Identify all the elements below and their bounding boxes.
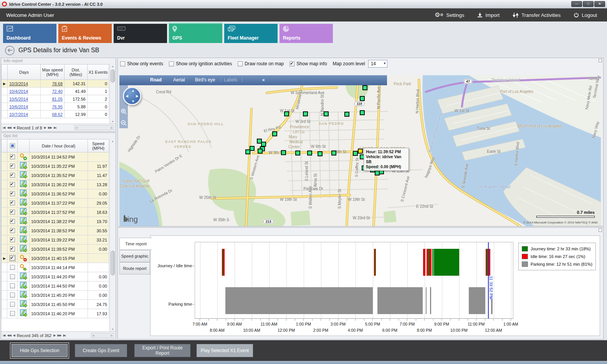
gps-list-row[interactable]: 10/3/2014 11:45:50 PM24.75 [2, 300, 109, 309]
gps-list-row[interactable]: 10/3/2014 11:34:52 PM [2, 152, 109, 162]
filter-draw-route[interactable]: Draw route on map [238, 61, 284, 66]
checkbox[interactable] [289, 61, 294, 66]
day-link[interactable]: 10/7/2014 [9, 112, 28, 117]
day-link[interactable]: 10/4/2014 [9, 89, 28, 94]
maximize-button[interactable]: □ [583, 1, 594, 7]
max-speed-link[interactable]: 68.62 [52, 112, 63, 117]
chart-panel-maximize-button[interactable] [599, 228, 602, 232]
max-speed-link[interactable]: 78.68 [52, 81, 63, 86]
hide-gps-selection-button[interactable]: Hide Gps Selection [12, 344, 68, 357]
map-marker[interactable] [360, 96, 365, 101]
map-pan-compass[interactable]: ▲ ▼ ◀ ▶ [123, 87, 141, 105]
filter-show-only-events[interactable]: Show only events [120, 61, 163, 66]
map-marker[interactable] [360, 110, 365, 115]
row-checkbox[interactable] [10, 219, 15, 224]
col-select-all[interactable] [7, 139, 18, 152]
gps-list-row[interactable]: 10/3/2014 11:35:22 PM11.97 [2, 162, 109, 171]
row-checkbox[interactable] [10, 154, 15, 159]
last-record-button[interactable]: ▶| [63, 334, 66, 337]
pan-up-icon[interactable]: ▲ [131, 89, 135, 93]
tab-time-report[interactable]: Time report [119, 238, 152, 250]
tab-gps[interactable]: GPS [169, 23, 222, 43]
create-gps-event-button[interactable]: Create Gps Event [75, 344, 127, 357]
map-panel-maximize-button[interactable] [599, 59, 602, 62]
map-marker[interactable] [281, 150, 286, 155]
map-marker[interactable] [362, 85, 367, 90]
gps-list-row[interactable]: 10/3/2014 11:44:14 PM [2, 263, 109, 272]
bing-map[interactable]: Road Aerial Bird's eye | Labels | « ▲ ▼ … [119, 75, 601, 226]
gps-list-row[interactable]: 10/3/2014 11:45:20 PM0.00 [2, 291, 109, 300]
gps-list-row[interactable]: 10/3/2014 11:39:52 PM0.00 [2, 245, 109, 254]
gps-list-row[interactable]: 10/3/2014 11:39:22 PM33.21 [2, 235, 109, 245]
back-button[interactable] [5, 46, 15, 55]
gps-list-row[interactable]: 10/3/2014 11:44:20 PM0.00 [2, 272, 109, 281]
row-checkbox[interactable] [10, 200, 15, 205]
info-report-row[interactable]: 10/7/201468.6212.990 [2, 111, 109, 118]
tab-speed-graphic[interactable]: Speed graphic [119, 250, 150, 262]
tab-route-report[interactable]: Route report [119, 262, 150, 275]
pan-down-icon[interactable]: ▼ [131, 99, 135, 103]
row-checkbox[interactable] [10, 283, 15, 288]
map-view-aerial[interactable]: Aerial [173, 77, 185, 83]
next-page-button[interactable]: ▶▶ [48, 126, 52, 129]
minimize-button[interactable]: — [571, 1, 582, 7]
filter-show-only-ignition[interactable]: Show only ignition activities [169, 61, 232, 66]
gps-list-row[interactable]: 10/3/2014 11:36:52 PM0.00 [2, 189, 109, 199]
next-page-button[interactable]: ▶▶ [57, 334, 61, 337]
day-link[interactable]: 10/3/2014 [9, 81, 28, 86]
info-report-hscroll[interactable]: ◀▶ [74, 125, 114, 130]
map-marker-selected[interactable] [358, 149, 363, 154]
gps-list-row[interactable]: ▶10/3/2014 11:40:15 PM [2, 254, 109, 263]
row-checkbox[interactable] [10, 247, 15, 251]
day-link[interactable]: 10/5/2014 [9, 97, 28, 101]
filter-show-map-info[interactable]: Show map info [289, 61, 327, 66]
map-marker[interactable] [318, 151, 323, 156]
row-checkbox[interactable] [10, 274, 15, 279]
play-selected-x1-event-button[interactable]: Play Selected X1 Event [197, 344, 253, 357]
row-checkbox[interactable] [10, 311, 15, 316]
max-speed-link[interactable]: 76.95 [52, 104, 63, 109]
map-marker[interactable] [245, 149, 250, 154]
tab-dashboard[interactable]: Dashboard [3, 24, 56, 43]
map-bar-collapse-button[interactable]: « [262, 77, 265, 83]
prev-record-button[interactable]: ◀ [13, 126, 15, 129]
map-marker[interactable] [258, 149, 263, 154]
gps-list-row[interactable]: 10/3/2014 11:36:22 PM13.28 [2, 180, 109, 189]
col-speed[interactable]: Speed (MPH) [88, 139, 109, 152]
row-checkbox[interactable] [10, 302, 15, 307]
row-checkbox[interactable] [10, 228, 15, 233]
col-x1-events[interactable]: X1 Events [88, 65, 109, 80]
gps-list-row[interactable]: 10/3/2014 11:38:22 PM19.70 [2, 217, 109, 226]
tab-fleet-manager[interactable]: Fleet Manager [224, 24, 278, 43]
first-record-button[interactable]: |◀ [3, 126, 5, 129]
map-marker[interactable] [353, 151, 358, 156]
gps-list-row[interactable]: 10/3/2014 11:46:20 PM17.93 [2, 309, 109, 318]
col-dist[interactable]: Dist. (Miles) [65, 65, 88, 80]
col-max-speed[interactable]: Max speed (MPH) [41, 65, 65, 80]
row-checkbox[interactable] [10, 265, 15, 270]
map-marker[interactable] [324, 111, 329, 116]
gps-list-row[interactable]: 10/3/2014 11:35:52 PM11.47 [2, 171, 109, 180]
import-button[interactable]: Import [477, 12, 499, 18]
pan-right-icon[interactable]: ▶ [136, 94, 139, 98]
map-marker[interactable] [284, 111, 289, 116]
map-zoom-out-button[interactable] [121, 120, 127, 126]
tab-dvr[interactable]: DVR Dvr [114, 24, 167, 43]
map-zoom-select[interactable]: 14 [368, 60, 387, 68]
row-checkbox[interactable] [10, 191, 15, 196]
next-record-button[interactable]: ▶ [44, 126, 46, 129]
map-view-road[interactable]: Road [150, 77, 162, 83]
gps-list-row[interactable]: 10/3/2014 11:38:52 PM30.55 [2, 226, 109, 235]
row-checkbox[interactable] [10, 164, 15, 169]
row-checkbox[interactable] [10, 173, 15, 178]
gps-list-row[interactable]: 10/3/2014 11:37:52 PM18.63 [2, 208, 109, 217]
export-print-route-report-button[interactable]: Export / Print Route Report [134, 344, 190, 357]
map-marker[interactable] [295, 151, 300, 156]
row-checkbox[interactable] [10, 210, 15, 215]
map-zoom-in-button[interactable] [121, 108, 127, 115]
tab-events-reviews[interactable]: Events & Reviews [58, 24, 112, 43]
close-button[interactable]: ✕ [594, 1, 605, 7]
row-checkbox[interactable] [10, 256, 15, 261]
info-report-row[interactable]: 10/6/201476.955.880 [2, 103, 109, 111]
checkbox[interactable] [120, 61, 125, 66]
